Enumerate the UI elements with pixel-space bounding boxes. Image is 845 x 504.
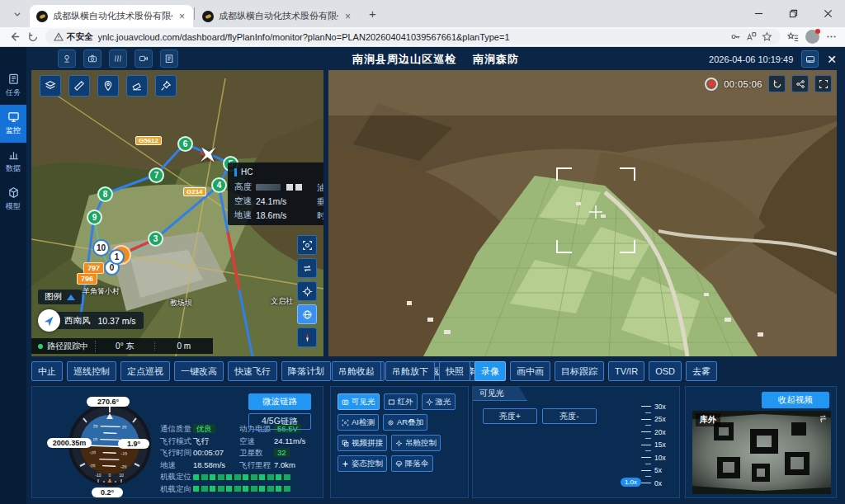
waypoint-label: 6 — [183, 139, 188, 148]
attitude-control-button[interactable]: 姿态控制 — [338, 455, 387, 472]
groundspeed-label: 地速 — [234, 210, 252, 221]
bookmark-star-icon[interactable] — [762, 31, 772, 42]
refresh-button[interactable] — [27, 31, 39, 43]
new-tab-button[interactable]: + — [362, 3, 383, 24]
cellular-link-button[interactable]: 4/5G链路 — [248, 413, 311, 430]
restore-button[interactable] — [776, 0, 810, 27]
close-window-button[interactable] — [810, 0, 845, 27]
parachute-button[interactable]: 降落伞 — [391, 455, 433, 472]
address-bar[interactable]: 不安全 ynlc.jouavcloud.com/dashboard/flyPla… — [45, 29, 781, 45]
sidebar-item-label: 任务 — [6, 87, 21, 98]
legend-toggle[interactable]: 图例 — [38, 290, 82, 304]
sidebar-item-tasks[interactable]: 任务 — [0, 67, 26, 105]
waypoint-marker[interactable]: 4 — [211, 177, 227, 193]
pushpin-icon[interactable] — [155, 75, 177, 97]
sidebar-item-data[interactable]: 数据 — [0, 143, 26, 181]
pod-retract-button[interactable]: 吊舱收起 — [332, 361, 381, 381]
more-menu-icon[interactable] — [826, 31, 837, 42]
profile-avatar[interactable] — [805, 30, 819, 44]
groundspeed-value: 18.58m/s — [193, 459, 239, 472]
tvir-button[interactable]: TV/IR — [608, 361, 644, 381]
osd-button[interactable]: OSD — [649, 361, 682, 381]
waypoint-marker[interactable]: 9 — [87, 210, 102, 225]
pitch-readout: 1.9° — [118, 439, 149, 449]
back-button[interactable] — [8, 31, 21, 43]
tab-close-button[interactable]: × — [177, 11, 186, 22]
minimize-button[interactable] — [741, 0, 776, 27]
visible-light-button[interactable]: 可见光 — [338, 393, 380, 410]
heading-readout: 270.6° — [87, 397, 130, 407]
target-track-button[interactable]: 目标跟踪 — [555, 361, 604, 381]
waypoint-marker[interactable]: 6 — [177, 136, 193, 152]
video-stitch-button[interactable]: 视频拼接 — [338, 435, 387, 451]
tab-close-button[interactable]: × — [343, 11, 352, 22]
record-button[interactable]: 录像 — [474, 361, 506, 381]
panel-layout-icon[interactable] — [801, 50, 819, 68]
swap-view-icon[interactable] — [297, 258, 317, 278]
brightness-down-button[interactable]: 亮度- — [542, 408, 597, 424]
refresh-stream-icon[interactable] — [768, 75, 786, 92]
tab-inactive[interactable]: 成都纵横自动化技术股份有限公司 × — [196, 5, 359, 27]
layers-icon[interactable] — [40, 75, 61, 97]
share-stream-icon[interactable] — [791, 75, 809, 92]
fit-extent-icon[interactable] — [297, 235, 317, 255]
waypoint-marker[interactable]: 8 — [97, 186, 113, 202]
waypoint-label: 0 — [110, 263, 115, 272]
sidebar-item-monitor[interactable]: 监控 — [0, 105, 26, 143]
swap-camera-icon[interactable] — [819, 413, 828, 422]
hangar-camera-thumbnail[interactable]: 库外 — [692, 411, 831, 494]
app-header: 南涧县周边山区巡检南涧森防 2026-04-06 10:19:49 ✕ — [26, 47, 845, 70]
sidebar-item-model[interactable]: 模型 — [0, 181, 26, 219]
line-patrol-button[interactable]: 巡线控制 — [67, 361, 116, 381]
window-controls — [741, 0, 845, 27]
close-page-icon[interactable]: ✕ — [827, 53, 837, 66]
fullscreen-icon[interactable] — [814, 75, 832, 92]
measure-ruler-icon[interactable] — [68, 75, 90, 97]
microwave-link-button[interactable]: 微波链路 — [248, 393, 311, 410]
location-pin-icon[interactable] — [97, 75, 119, 97]
defog-button[interactable]: 去雾 — [686, 361, 717, 381]
tab-active[interactable]: 成都纵横自动化技术股份有限公司 × — [30, 5, 193, 27]
eraser-icon[interactable] — [126, 75, 148, 97]
compass-icon[interactable] — [297, 327, 317, 347]
road-label: G214 — [183, 187, 206, 196]
password-key-icon[interactable] — [730, 31, 741, 42]
map-panel[interactable]: 0 1 3 4 5 6 7 8 9 10 797 796 G5612 G214 … — [31, 70, 323, 356]
security-warning[interactable]: 不安全 — [54, 31, 93, 43]
header-right: 2026-04-06 10:19:49 ✕ — [709, 50, 837, 68]
landing-plan-button[interactable]: 降落计划 — [281, 361, 331, 381]
pod-control-button[interactable]: 吊舱控制 — [391, 435, 441, 451]
brightness-up-button[interactable]: 亮度+ — [483, 408, 537, 424]
waypoint-label: 1 — [115, 252, 120, 261]
video-panel[interactable]: 00:05:06 — [328, 70, 837, 356]
pip-button[interactable]: 画中画 — [510, 361, 550, 381]
map-toolbar — [40, 75, 177, 97]
collections-icon[interactable] — [787, 31, 799, 43]
svg-text:10: 10 — [119, 473, 124, 478]
sidebar-item-label: 监控 — [6, 125, 21, 136]
waypoint-marker[interactable]: 1 — [109, 249, 125, 265]
translate-icon[interactable] — [746, 31, 757, 42]
waypoint-marker[interactable]: 10 — [92, 239, 110, 257]
laser-button[interactable]: 激光 — [422, 393, 456, 410]
crosshair-icon — [342, 460, 349, 468]
waypoint-marker[interactable]: 3 — [148, 231, 163, 247]
ar-overlay-button[interactable]: AR叠加 — [383, 414, 427, 431]
ai-detect-button[interactable]: AI检测 — [338, 414, 379, 431]
parachute-icon — [395, 460, 403, 468]
tab-search-button[interactable] — [7, 5, 28, 23]
abort-button[interactable]: 中止 — [31, 361, 63, 381]
infrared-button[interactable]: 红外 — [384, 393, 418, 410]
snapshot-button[interactable]: 快照 — [439, 361, 470, 381]
change-altitude-button[interactable]: 一键改高 — [174, 361, 224, 381]
waypoint-marker[interactable]: 7 — [149, 167, 164, 183]
tab-visible-light[interactable]: 可见光 — [473, 387, 527, 401]
locate-target-icon[interactable] — [297, 281, 317, 301]
collapse-video-button[interactable]: 收起视频 — [762, 392, 829, 408]
point-patrol-button[interactable]: 定点巡视 — [120, 361, 170, 381]
globe-icon[interactable] — [297, 304, 317, 324]
fast-flight-button[interactable]: 快速飞行 — [228, 361, 277, 381]
zoom-scale[interactable]: 30x 25x 20x 15x 10x 5x 0x — [641, 403, 673, 486]
redacted-altitude — [256, 184, 281, 191]
pod-deploy-button[interactable]: 吊舱放下 — [385, 361, 435, 381]
